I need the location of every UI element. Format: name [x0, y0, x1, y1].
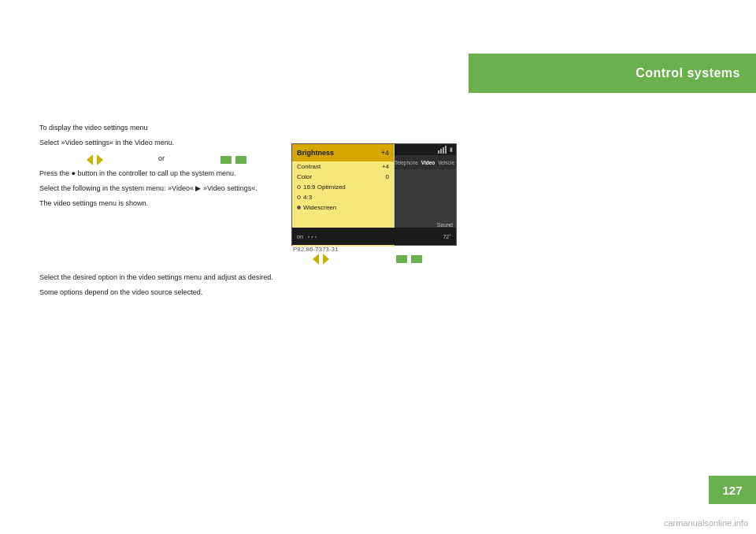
bottom-on: on: [297, 234, 303, 239]
green-icon-3: [396, 255, 407, 263]
screen-bottom-bar: on ▪ ▪ ▪ 72°: [292, 228, 456, 245]
green-icons-row-2: [396, 255, 422, 263]
option-widescreen-label: Widescreen: [303, 204, 336, 211]
page-number: 127: [722, 484, 742, 497]
signal-bars: [438, 146, 447, 154]
option-43-label: 4:3: [303, 194, 312, 201]
menu-row-widescreen: Widescreen: [292, 202, 394, 213]
menu-row-43: 4:3: [292, 192, 394, 202]
bottom-icons: ▪ ▪ ▪: [308, 234, 317, 239]
radio-dot-widescreen: [297, 206, 301, 210]
menu-row-169: 16:9 Optimized: [292, 182, 394, 192]
tab-vehicle: Vehicle: [438, 160, 454, 165]
menu-row-color: Color 0: [292, 172, 394, 182]
body-line-3: Press the ● button in the controller to …: [39, 168, 284, 180]
battery-icon: ▮: [450, 146, 453, 153]
option-169-label: 16:9 Optimized: [303, 184, 346, 191]
body-text-block-2: Select the desired option in the video s…: [39, 272, 701, 299]
body-text-2: Select the desired option in the video s…: [39, 272, 701, 299]
body-line-6: Select the desired option in the video s…: [39, 272, 701, 284]
bottom-temperature: 72°: [443, 234, 451, 239]
screen-status-bar: ▮: [393, 144, 456, 155]
body-line-5: The video settings menu is shown.: [39, 198, 284, 210]
body-line-or: or: [39, 153, 284, 165]
menu-row-contrast: Contrast +4: [292, 161, 394, 172]
body-line-4: Select the following in the system menu:…: [39, 183, 284, 195]
nav-arrows-2: [311, 254, 331, 265]
body-text: To display the video settings menu Selec…: [39, 122, 284, 210]
brightness-label: Brightness: [297, 149, 334, 157]
color-label: Color: [297, 173, 312, 180]
contrast-value: +4: [382, 163, 389, 170]
screen-tab-bar: Telephone Video Vehicle: [393, 155, 456, 169]
green-icon-4: [411, 255, 422, 263]
page-number-box: 127: [709, 476, 756, 504]
color-value: 0: [386, 173, 389, 180]
header-bar: Control systems: [469, 54, 756, 93]
body-text-block: To display the video settings menu Selec…: [39, 122, 284, 210]
contrast-label: Contrast: [297, 163, 321, 170]
brightness-value: +4: [381, 149, 389, 157]
figure-caption: P82.86-7373-31: [293, 246, 338, 253]
body-line-2: Select »Video settings« in the Video men…: [39, 137, 284, 149]
tab-telephone: Telephone: [395, 160, 418, 165]
arrow-left-icon-2: [311, 254, 319, 265]
radio-dot-43: [297, 195, 301, 199]
header-title: Control systems: [636, 66, 740, 80]
tab-video: Video: [421, 160, 435, 165]
arrow-right-icon-2: [323, 254, 331, 265]
watermark: carmanualsonline.info: [664, 518, 748, 528]
screen-mockup: ▮ Telephone Video Vehicle Brightness +4 …: [291, 143, 457, 246]
radio-dot-169: [297, 185, 301, 189]
body-line-1: To display the video settings menu: [39, 122, 284, 134]
body-line-7: Some options depend on the video source …: [39, 287, 701, 299]
menu-row-brightness: Brightness +4: [292, 144, 394, 161]
sound-label: Sound: [437, 222, 453, 228]
